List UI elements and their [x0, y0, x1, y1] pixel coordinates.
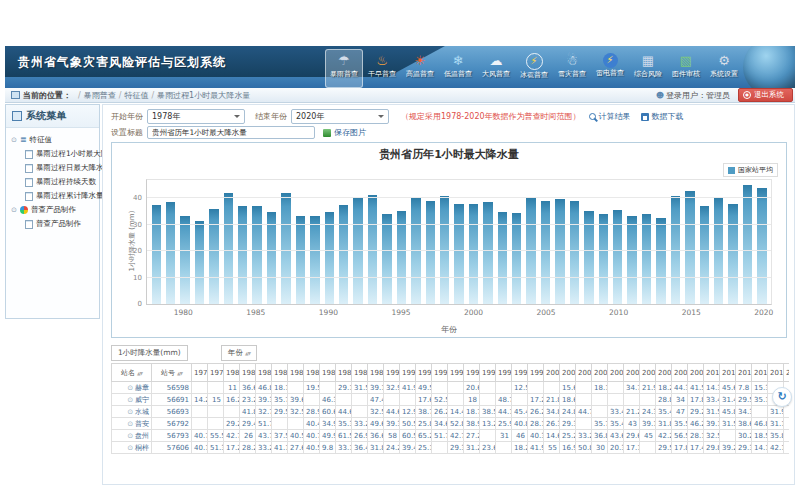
year-column-header[interactable]: 1980 [224, 364, 240, 382]
value-cell [608, 394, 624, 406]
year-column-header[interactable]: 1985 [304, 364, 320, 382]
year-column-header[interactable]: 2015 [784, 364, 790, 382]
row-expander-icon[interactable]: ⊙ [127, 384, 133, 392]
sidebar-item[interactable]: 暴雨过程日最大降水量 [25, 163, 97, 173]
toolbar-item-heat-survey[interactable]: ☀高温普查 [401, 49, 439, 88]
bar-1994 [382, 214, 391, 304]
station-id-header[interactable]: 站号▲▼ [152, 364, 192, 382]
year-column-header[interactable]: 1998 [512, 364, 528, 382]
year-column-header[interactable]: 2003 [592, 364, 608, 382]
toolbar-item-hail-survey[interactable]: ⚡冰雹普查 [515, 49, 553, 88]
bar-1984 [238, 206, 247, 304]
year-column-header[interactable]: 1991 [400, 364, 416, 382]
row-expander-icon[interactable]: ⊙ [127, 408, 133, 416]
year-column-header[interactable]: 1987 [336, 364, 352, 382]
table-row-56691[interactable]: ⊙威宁5669114.21516.223.239.335.739.646.347… [112, 394, 790, 406]
year-column-header[interactable]: 2010 [704, 364, 720, 382]
table-row-57606[interactable]: ⊙桐梓5760640.151.317.228.233.241.127.640.5… [112, 442, 790, 454]
value-cell [592, 394, 608, 406]
year-column-header[interactable]: 2000 [544, 364, 560, 382]
year-column-header[interactable]: 1993 [432, 364, 448, 382]
value-cell: 46.8 [752, 418, 768, 430]
year-column-header[interactable]: 2008 [672, 364, 688, 382]
year-column-header[interactable]: 2001 [560, 364, 576, 382]
toolbar-item-snow-survey[interactable]: ☃雪灾普查 [553, 49, 591, 88]
toolbar-item-map-review[interactable]: ▧图件审核 [667, 49, 705, 88]
breadcrumb-item[interactable]: 特征值 [124, 91, 148, 100]
x-tick-label: 1995 [391, 308, 410, 317]
station-name-header[interactable]: 站名▲▼ [112, 364, 152, 382]
measure-field-box[interactable]: 1小时降水量(mm) [111, 345, 188, 361]
row-expander-icon[interactable]: ⊙ [127, 432, 133, 440]
row-expander-icon[interactable]: ⊙ [127, 420, 133, 428]
logout-button[interactable]: ● 退出系统 [738, 88, 793, 102]
breadcrumb-item[interactable]: 暴雨过程1小时最大降水量 [157, 91, 250, 100]
year-column-header[interactable]: 2013 [752, 364, 768, 382]
year-column-header[interactable]: 1982 [256, 364, 272, 382]
year-column-header[interactable]: 1979 [208, 364, 224, 382]
year-column-header[interactable]: 2014 [768, 364, 784, 382]
station-name: 桐梓 [135, 444, 149, 452]
bar-1979 [166, 202, 175, 304]
toolbar-item-system-settings[interactable]: ⚙系统设置 [705, 49, 743, 88]
year-column-header[interactable]: 1996 [480, 364, 496, 382]
table-row-56598[interactable]: ⊙赫章565981136.646.818.119.529.131.539.132… [112, 382, 790, 394]
toolbar-item-wind-survey[interactable]: ☁大风普查 [477, 49, 515, 88]
year-column-header[interactable]: 1988 [352, 364, 368, 382]
year-column-header[interactable]: 1978 [192, 364, 208, 382]
year-column-header[interactable]: 1992 [416, 364, 432, 382]
chart-title-input[interactable] [147, 126, 315, 139]
year-column-header[interactable]: 2006 [640, 364, 656, 382]
year-column-header[interactable]: 1999 [528, 364, 544, 382]
value-cell: 21.8 [544, 394, 560, 406]
year-column-header[interactable]: 1994 [448, 364, 464, 382]
year-column-header[interactable]: 2009 [688, 364, 704, 382]
year-column-header[interactable]: 2011 [720, 364, 736, 382]
bar-1999 [454, 204, 463, 304]
sidebar-item[interactable]: 暴雨过程1小时最大降水量 [25, 149, 97, 159]
value-cell [608, 382, 624, 394]
year-column-header[interactable]: 1997 [496, 364, 512, 382]
start-year-select[interactable]: 1978年 [147, 109, 245, 124]
expander-icon[interactable]: ⊙ [11, 136, 17, 144]
sidebar-group-1[interactable]: ⊙普查产品制作 [11, 205, 97, 215]
year-column-header[interactable]: 1990 [384, 364, 400, 382]
year-column-header[interactable]: 1989 [368, 364, 384, 382]
sort-icons[interactable]: ▲▼ [177, 371, 182, 376]
sidebar-item[interactable]: 暴雨过程累计降水量 [25, 191, 97, 201]
expander-icon[interactable]: ⊙ [11, 206, 17, 214]
year-column-header[interactable]: 1983 [272, 364, 288, 382]
chart-legend[interactable]: 国家站平均 [723, 163, 778, 177]
year-column-header[interactable]: 2005 [624, 364, 640, 382]
year-column-header[interactable]: 2002 [576, 364, 592, 382]
year-column-header[interactable]: 1981 [240, 364, 256, 382]
save-image-button[interactable]: 保存图片 [323, 127, 366, 138]
calculate-button[interactable]: 计算结果 [589, 111, 631, 122]
refresh-button[interactable]: ↻ [772, 387, 792, 407]
row-expander-icon[interactable]: ⊙ [127, 444, 133, 452]
sidebar-item[interactable]: 暴雨过程持续天数 [25, 177, 97, 187]
table-row-56693[interactable]: ⊙水城5669341.832.729.532.528.960.644.632.5… [112, 406, 790, 418]
breadcrumb-item[interactable]: 暴雨普查 [84, 91, 116, 100]
table-row-56792[interactable]: ⊙普安5679229.229.451.740.434.935.333.249.6… [112, 418, 790, 430]
toolbar-item-comprehensive-risk[interactable]: ▦综合风险 [629, 49, 667, 88]
toolbar-item-drought-survey[interactable]: ♨干旱普查 [363, 49, 401, 88]
year-column-header[interactable]: 1995 [464, 364, 480, 382]
year-column-header[interactable]: 1984 [288, 364, 304, 382]
year-column-header[interactable]: 2004 [608, 364, 624, 382]
sidebar-item[interactable]: 普查产品制作 [25, 219, 97, 229]
year-field-box[interactable]: 年份▲▼ [221, 345, 257, 361]
sidebar-group-0[interactable]: ⊙≣特征值 [11, 135, 97, 145]
toolbar-item-rainstorm-survey[interactable]: ☂暴雨普查 [325, 49, 363, 88]
year-column-header[interactable]: 2012 [736, 364, 752, 382]
toolbar-item-cold-survey[interactable]: ❄低温普查 [439, 49, 477, 88]
sort-icons[interactable]: ▲▼ [137, 371, 142, 376]
year-column-header[interactable]: 2007 [656, 364, 672, 382]
row-expander-icon[interactable]: ⊙ [127, 396, 133, 404]
sort-icons[interactable]: ▲▼ [245, 351, 250, 356]
end-year-select[interactable]: 2020年 [291, 109, 389, 124]
toolbar-item-lightning-survey[interactable]: ⚡雷电普查 [591, 49, 629, 88]
download-data-button[interactable]: 数据下载 [641, 111, 684, 122]
year-column-header[interactable]: 1986 [320, 364, 336, 382]
table-row-56793[interactable]: ⊙盘州5679340.755.542.72643.737.540.540.749… [112, 430, 790, 442]
